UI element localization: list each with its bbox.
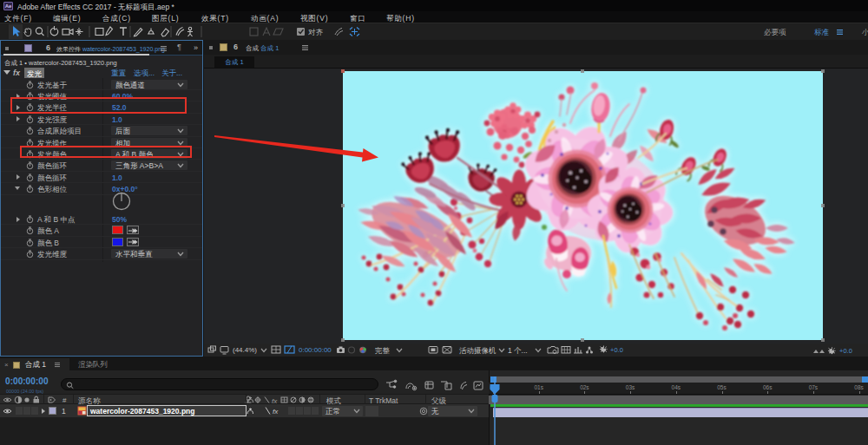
svg-text:+0.0: +0.0: [610, 346, 623, 354]
svg-text:+0.0: +0.0: [839, 347, 852, 355]
svg-text:fx: fx: [272, 397, 278, 405]
svg-text:fx: fx: [273, 408, 279, 416]
svg-text:#: #: [62, 396, 67, 404]
